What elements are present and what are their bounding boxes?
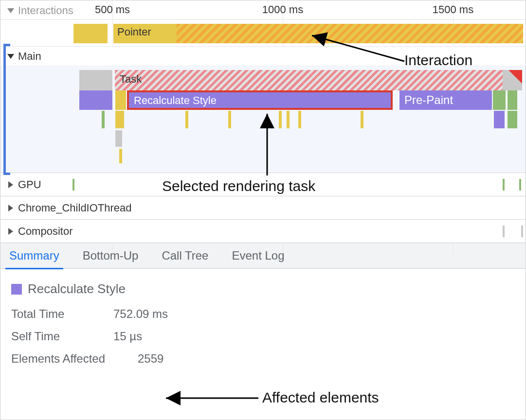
ruler-tick-500: 500 ms bbox=[95, 3, 130, 16]
self-time-label: Self Time bbox=[11, 330, 113, 343]
compositor-track-label: Compositor bbox=[18, 225, 73, 238]
summary-pane: Recalculate Style Total Time 752.09 ms S… bbox=[0, 269, 526, 387]
style-stub[interactable] bbox=[79, 90, 112, 110]
script-sub[interactable] bbox=[115, 111, 124, 128]
micro-green[interactable] bbox=[102, 111, 105, 128]
pre-paint-bar[interactable]: Pre-Paint bbox=[399, 90, 492, 110]
selection-bracket bbox=[3, 44, 6, 175]
details-tabs: Summary Bottom-Up Call Tree Event Log bbox=[0, 243, 526, 269]
childio-track[interactable]: Chrome_ChildIOThread bbox=[0, 196, 526, 219]
tick bbox=[279, 111, 282, 128]
tick bbox=[298, 111, 301, 128]
interactions-row: Pointer bbox=[0, 24, 526, 43]
event-color-swatch bbox=[11, 284, 22, 295]
chevron-down-icon[interactable] bbox=[7, 8, 14, 13]
chevron-right-icon[interactable] bbox=[8, 228, 13, 235]
layout-sub[interactable] bbox=[494, 111, 505, 128]
gc-sub[interactable] bbox=[115, 130, 122, 147]
self-time-value: 15 µs bbox=[113, 330, 142, 343]
interaction-stub[interactable] bbox=[73, 24, 108, 43]
gpu-event[interactable] bbox=[73, 179, 74, 191]
tick bbox=[361, 111, 363, 128]
paint-sub[interactable] bbox=[508, 111, 517, 128]
summary-event-name: Recalculate Style bbox=[28, 281, 126, 297]
annotation-affected-elements: Affected elements bbox=[262, 389, 379, 406]
tab-bottom-up[interactable]: Bottom-Up bbox=[83, 243, 139, 269]
script-block[interactable] bbox=[115, 90, 126, 110]
childio-track-label: Chrome_ChildIOThread bbox=[18, 202, 132, 214]
timeline-ruler[interactable]: Interactions 500 ms 1000 ms 1500 ms bbox=[0, 0, 526, 20]
gpu-event[interactable] bbox=[519, 179, 521, 191]
main-track[interactable]: Main Task Recalculate Style Pre-Paint bbox=[0, 46, 526, 173]
main-track-header[interactable]: Main bbox=[0, 47, 526, 66]
compositor-track[interactable]: Compositor bbox=[0, 219, 526, 243]
elements-affected-value: 2559 bbox=[138, 352, 163, 366]
ruler-tick-1500: 1500 ms bbox=[433, 3, 473, 16]
tab-call-tree[interactable]: Call Tree bbox=[162, 243, 208, 269]
total-time-label: Total Time bbox=[11, 307, 113, 321]
compositor-event[interactable] bbox=[521, 226, 523, 237]
tab-summary[interactable]: Summary bbox=[9, 243, 59, 269]
tick bbox=[287, 111, 290, 128]
recalculate-style-bar[interactable]: Recalculate Style bbox=[127, 90, 393, 110]
interactions-track[interactable]: Interactions 500 ms 1000 ms 1500 ms Poin… bbox=[0, 0, 526, 46]
chevron-down-icon[interactable] bbox=[7, 54, 14, 59]
long-task-warning-icon bbox=[508, 70, 522, 84]
devtools-performance-panel: Interactions 500 ms 1000 ms 1500 ms Poin… bbox=[0, 0, 526, 420]
pointer-interaction-stripe[interactable] bbox=[177, 24, 523, 43]
tick bbox=[119, 149, 122, 163]
gpu-track[interactable]: GPU bbox=[0, 173, 526, 196]
task-bar[interactable]: Task bbox=[115, 70, 504, 90]
chevron-right-icon[interactable] bbox=[8, 181, 13, 188]
chevron-right-icon[interactable] bbox=[8, 205, 13, 211]
total-time-value: 752.09 ms bbox=[113, 307, 168, 321]
compositor-event[interactable] bbox=[503, 226, 505, 237]
main-track-label: Main bbox=[18, 50, 41, 63]
task-stub[interactable] bbox=[79, 70, 112, 90]
paint-block-2[interactable] bbox=[508, 90, 517, 110]
paint-block[interactable] bbox=[493, 90, 506, 110]
tick bbox=[185, 111, 188, 128]
tick bbox=[228, 111, 231, 128]
tab-event-log[interactable]: Event Log bbox=[232, 243, 284, 269]
elements-affected-label: Elements Affected bbox=[11, 352, 138, 366]
ruler-tick-1000: 1000 ms bbox=[262, 3, 303, 16]
gpu-event[interactable] bbox=[503, 179, 505, 191]
interactions-track-label: Interactions bbox=[18, 4, 73, 17]
pointer-interaction-bar[interactable]: Pointer bbox=[113, 24, 177, 43]
gpu-track-label: GPU bbox=[18, 178, 41, 191]
